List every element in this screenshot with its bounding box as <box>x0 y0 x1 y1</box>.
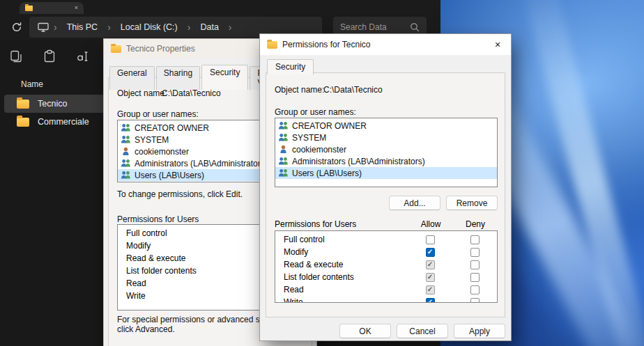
allow-checkbox[interactable] <box>426 260 435 269</box>
deny-checkbox[interactable] <box>470 248 480 257</box>
paste-button[interactable] <box>42 49 57 64</box>
allow-checkbox[interactable] <box>426 248 435 257</box>
tab[interactable]: Sharing <box>156 66 200 90</box>
user-group-icon <box>278 157 289 166</box>
deny-checkbox[interactable] <box>470 273 480 282</box>
refresh-icon <box>11 22 22 33</box>
object-name-label: Object name: <box>117 88 167 98</box>
permission-row: Read & execute <box>275 258 497 271</box>
group-name: Users (LAB\Users) <box>292 168 362 178</box>
permission-name: Read & execute <box>275 260 408 269</box>
groups-label: Group or user names: <box>117 109 199 119</box>
dialog-title: Permissions for Tecnico <box>282 40 371 49</box>
file-name: Tecnico <box>38 99 67 109</box>
rename-button[interactable] <box>75 49 91 64</box>
folder-icon <box>111 45 121 53</box>
allow-checkbox[interactable] <box>426 235 435 244</box>
allow-column-header: Allow <box>408 219 453 229</box>
copy-icon <box>9 49 23 63</box>
file-name: Commerciale <box>38 117 89 127</box>
permission-name: Full control <box>275 235 408 244</box>
allow-checkbox[interactable] <box>426 298 435 304</box>
group-list-item[interactable]: CREATOR OWNER <box>275 120 497 132</box>
breadcrumb-items: This PC Local Disk (C:) Data <box>61 20 236 34</box>
advanced-hint-line2: click Advanced. <box>117 324 175 334</box>
permissions-header: Permissions for Users Allow Deny <box>275 219 498 229</box>
group-name: cookiemonster <box>135 147 189 157</box>
group-list-item[interactable]: Users (LAB\Users) <box>275 167 497 179</box>
security-tab-page: Object name: C:\Data\Tecnico Group or us… <box>266 72 505 317</box>
tab[interactable]: General <box>109 66 155 90</box>
deny-checkbox[interactable] <box>470 298 480 304</box>
user-group-icon <box>278 168 289 178</box>
dialog-titlebar[interactable]: Permissions for Tecnico <box>260 34 511 55</box>
group-name: SYSTEM <box>135 135 169 145</box>
cancel-button[interactable]: Cancel <box>397 324 448 338</box>
permission-name: List folder contents <box>275 272 408 282</box>
chevron-right-icon <box>184 22 194 32</box>
chevron-right-icon <box>225 22 236 32</box>
search-icon <box>410 22 420 32</box>
object-name-label: Object name: <box>275 85 324 95</box>
permissions-label: Permissions for Users <box>117 214 199 224</box>
explorer-tab[interactable] <box>20 2 84 14</box>
refresh-button[interactable] <box>7 17 26 37</box>
explorer-tabstrip <box>0 0 440 14</box>
group-name: CREATOR OWNER <box>292 121 367 131</box>
permissions-tabs: Security <box>267 61 315 74</box>
close-icon[interactable] <box>484 34 511 55</box>
permissions-dialog: Permissions for Tecnico Security Object … <box>259 33 512 341</box>
folder-icon <box>17 118 29 127</box>
breadcrumb-item[interactable]: This PC <box>61 20 104 34</box>
deny-checkbox[interactable] <box>470 235 480 244</box>
breadcrumb-item[interactable]: Data <box>194 20 224 34</box>
advanced-hint-line1: For special permissions or advanced sett… <box>117 315 280 324</box>
permission-row: Write <box>275 296 497 303</box>
permission-row: Full control <box>275 233 497 246</box>
group-name: Administrators (LAB\Administrators) <box>292 157 425 166</box>
ok-button[interactable]: OK <box>339 324 391 338</box>
group-list-item[interactable]: Administrators (LAB\Administrators) <box>275 155 497 167</box>
folder-icon <box>267 41 277 49</box>
group-list: CREATOR OWNER SYSTEM <box>275 118 498 187</box>
user-group-icon <box>121 171 131 180</box>
permission-name: Read <box>275 285 408 294</box>
deny-checkbox[interactable] <box>470 260 480 269</box>
chevron-right-icon <box>50 22 61 32</box>
search-input[interactable] <box>340 22 406 32</box>
object-name-value: C:\Data\Tecnico <box>162 88 221 98</box>
dialog-title: Tecnico Properties <box>126 44 195 54</box>
user-group-icon <box>278 133 289 142</box>
chevron-right-icon <box>104 22 114 32</box>
group-list-item[interactable]: cookiemonster <box>275 143 497 155</box>
allow-checkbox[interactable] <box>426 285 435 294</box>
permission-row: List folder contents <box>275 271 497 283</box>
permission-row: Read <box>275 283 497 296</box>
allow-checkbox[interactable] <box>426 273 435 282</box>
breadcrumb-item[interactable]: Local Disk (C:) <box>114 20 184 34</box>
user-group-icon <box>121 135 131 144</box>
permission-name: Modify <box>275 247 408 257</box>
remove-button[interactable]: Remove <box>446 196 498 210</box>
groups-label: Group or user names: <box>275 107 356 117</box>
close-tab-icon[interactable] <box>75 5 78 11</box>
group-name: SYSTEM <box>292 133 326 143</box>
tab-security[interactable]: Security <box>267 59 314 74</box>
user-group-icon <box>121 159 131 168</box>
deny-column-header: Deny <box>453 219 498 229</box>
this-pc-icon <box>38 22 49 32</box>
user-group-icon <box>121 123 131 132</box>
apply-button[interactable]: Apply <box>454 324 505 338</box>
dialog-buttons: OK Cancel Apply <box>339 324 505 338</box>
paste-icon <box>43 49 56 63</box>
deny-checkbox[interactable] <box>470 285 480 294</box>
group-name: Users (LAB\Users) <box>135 171 204 180</box>
tab[interactable]: Security <box>201 65 248 90</box>
copy-button[interactable] <box>8 49 24 64</box>
group-list-item[interactable]: SYSTEM <box>275 132 497 143</box>
add-button[interactable]: Add... <box>389 196 440 210</box>
group-name: cookiemonster <box>292 145 346 155</box>
permissions-table: Full control Modify Read & execute <box>275 230 498 303</box>
folder-icon <box>25 6 33 11</box>
user-group-icon <box>278 145 289 154</box>
